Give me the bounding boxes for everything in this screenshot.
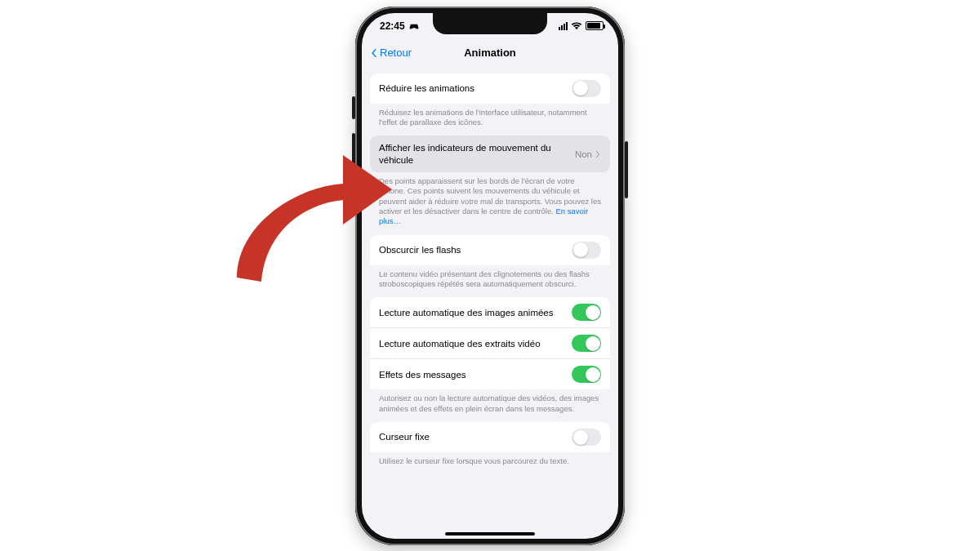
group-reduce-motion: Réduire les animations Réduisez les anim… [370,73,610,130]
wifi-icon [571,22,582,30]
autoplay-previews-label: Lecture automatique des extraits vidéo [379,338,547,349]
svg-point-0 [411,27,412,29]
page-title: Animation [464,47,516,59]
autoplay-previews-toggle[interactable] [572,335,601,352]
vehicle-cues-label: Afficher les indicateurs de mouvement du… [379,142,568,166]
message-effects-toggle[interactable] [572,366,601,383]
row-autoplay-images[interactable]: Lecture automatique des images animées [370,297,610,327]
back-label: Retour [380,47,412,59]
reduce-motion-footer: Réduisez les animations de l'interface u… [370,104,610,130]
autoplay-images-toggle[interactable] [572,304,601,321]
row-vehicle-cues[interactable]: Afficher les indicateurs de mouvement du… [370,136,610,172]
group-fixed-cursor: Curseur fixe Utilisez le curseur fixe lo… [370,422,610,468]
settings-content[interactable]: Réduire les animations Réduisez les anim… [362,67,618,539]
group-autoplay: Lecture automatique des images animées L… [370,297,610,415]
group-vehicle-cues: Afficher les indicateurs de mouvement du… [370,136,610,228]
vehicle-cues-footer: Des points apparaissent sur les bords de… [370,172,610,229]
carplay-icon [408,22,420,30]
row-dim-flashing[interactable]: Obscurcir les flashs [370,235,610,265]
nav-bar: Retour Animation [362,39,618,67]
back-button[interactable]: Retour [370,39,412,67]
mute-switch [352,96,355,119]
group-dim-flashing: Obscurcir les flashs Le contenu vidéo pr… [370,235,610,291]
home-indicator[interactable] [445,532,535,535]
vehicle-cues-value: Non [575,149,592,159]
screen: 22:45 Retour Animat [362,13,618,539]
chevron-left-icon [370,49,378,57]
message-effects-label: Effets des messages [379,369,473,380]
reduce-motion-label: Réduire les animations [379,82,481,94]
fixed-cursor-toggle[interactable] [572,429,601,446]
chevron-right-icon [595,151,601,158]
fixed-cursor-label: Curseur fixe [379,431,436,442]
dim-flashing-toggle[interactable] [572,242,601,259]
svg-point-1 [416,27,417,29]
volume-up-button [352,133,355,171]
row-fixed-cursor[interactable]: Curseur fixe [370,422,610,452]
autoplay-images-label: Lecture automatique des images animées [379,307,560,318]
row-reduce-motion[interactable]: Réduire les animations [370,73,610,104]
notch [433,13,547,34]
cell-signal-icon [559,22,568,30]
status-time: 22:45 [380,20,405,32]
row-autoplay-previews[interactable]: Lecture automatique des extraits vidéo [370,327,610,358]
battery-icon [586,21,604,30]
phone-frame: 22:45 Retour Animat [355,7,625,545]
dim-flashing-footer: Le contenu vidéo présentant des clignote… [370,265,610,291]
dim-flashing-label: Obscurcir les flashs [379,244,467,256]
power-button [625,141,628,198]
autoplay-footer: Autorisez ou non la lecture automatique … [370,389,610,415]
volume-down-button [352,178,355,216]
fixed-cursor-footer: Utilisez le curseur fixe lorsque vous pa… [370,452,610,468]
reduce-motion-toggle[interactable] [572,80,601,97]
row-message-effects[interactable]: Effets des messages [370,358,610,389]
